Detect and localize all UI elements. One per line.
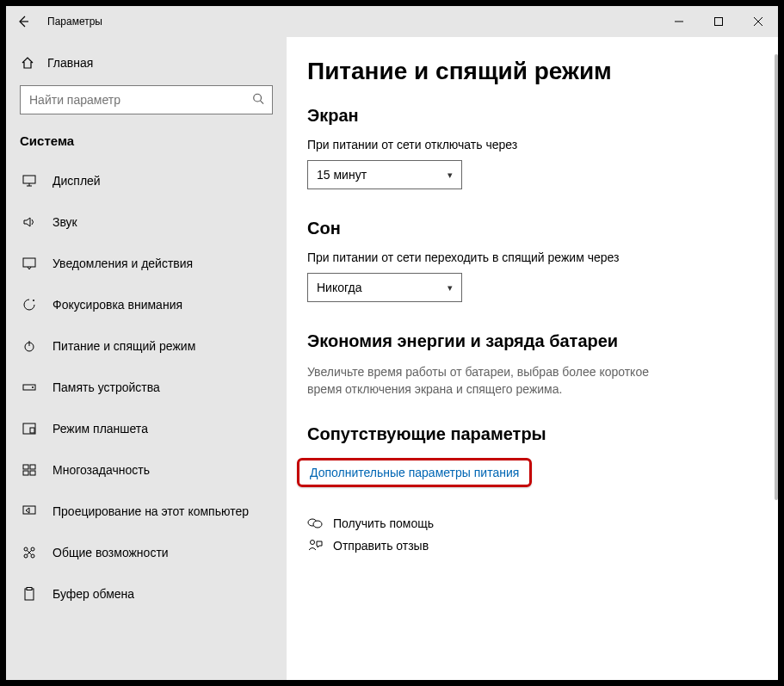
titlebar: Параметры (6, 6, 778, 37)
svg-point-26 (31, 554, 34, 558)
close-button[interactable] (738, 6, 778, 37)
sleep-select[interactable]: Никогда ▾ (307, 273, 462, 302)
sidebar-item-shared[interactable]: Общие возможности (6, 532, 287, 573)
svg-point-33 (311, 540, 315, 544)
search-box[interactable] (20, 85, 273, 114)
clipboard-icon (22, 587, 37, 601)
scrollbar[interactable] (771, 54, 778, 673)
screen-off-value: 15 минут (317, 168, 367, 182)
svg-rect-17 (30, 428, 34, 433)
search-icon (252, 93, 264, 108)
multitask-icon (22, 464, 37, 476)
svg-rect-19 (30, 465, 35, 469)
svg-point-24 (31, 547, 34, 551)
feedback-label: Отправить отзыв (333, 539, 429, 553)
sidebar-item-label: Общие возможности (52, 546, 169, 559)
sidebar-item-sound[interactable]: Звук (6, 201, 287, 243)
sidebar-item-clipboard[interactable]: Буфер обмена (6, 573, 287, 615)
minimize-icon (674, 16, 684, 27)
storage-icon (22, 382, 37, 392)
svg-point-25 (24, 554, 28, 558)
search-input[interactable] (20, 85, 273, 114)
tablet-icon (22, 423, 37, 435)
help-icon (307, 516, 323, 530)
power-icon (22, 339, 37, 353)
svg-line-6 (261, 101, 264, 104)
sidebar-item-label: Буфер обмена (52, 587, 134, 601)
svg-rect-2 (715, 18, 723, 26)
maximize-button[interactable] (699, 6, 738, 37)
back-arrow-icon (16, 15, 30, 28)
chevron-down-icon: ▾ (448, 170, 453, 181)
sidebar-item-projecting[interactable]: Проецирование на этот компьютер (6, 491, 287, 532)
sidebar-nav: Дисплей Звук Уведомления и действия Фоку… (6, 160, 287, 680)
focus-icon (22, 298, 37, 312)
svg-rect-7 (23, 176, 35, 183)
settings-window: Параметры Главная С (0, 0, 784, 686)
svg-rect-30 (27, 588, 32, 590)
sidebar-item-display[interactable]: Дисплей (6, 160, 287, 201)
svg-point-15 (32, 386, 34, 388)
get-help-link[interactable]: Получить помощь (307, 516, 757, 530)
svg-point-11 (33, 300, 34, 301)
page-title: Питание и спящий режим (307, 58, 757, 85)
window-title: Параметры (40, 15, 102, 28)
home-icon (20, 56, 35, 70)
svg-point-5 (254, 94, 262, 102)
svg-point-23 (24, 547, 28, 551)
battery-hint: Увеличьте время работы от батареи, выбра… (307, 363, 686, 399)
svg-rect-18 (23, 465, 28, 469)
back-button[interactable] (6, 15, 40, 28)
body: Главная Система Дисплей Звук (6, 37, 778, 680)
sidebar-item-label: Питание и спящий режим (52, 339, 195, 353)
projecting-icon (22, 505, 37, 517)
sidebar-item-notifications[interactable]: Уведомления и действия (6, 243, 287, 284)
sidebar-item-label: Уведомления и действия (52, 256, 193, 270)
sidebar-item-label: Проецирование на этот компьютер (52, 504, 249, 518)
sidebar-item-label: Память устройства (52, 380, 160, 394)
sidebar-item-storage[interactable]: Память устройства (6, 367, 287, 408)
close-icon (753, 16, 763, 27)
notifications-icon (22, 257, 37, 269)
svg-point-32 (313, 521, 322, 528)
scrollbar-thumb[interactable] (775, 54, 778, 500)
sidebar-item-label: Фокусировка внимания (52, 298, 182, 312)
sidebar-item-label: Дисплей (52, 174, 101, 188)
get-help-label: Получить помощь (333, 516, 434, 530)
feedback-icon (307, 539, 323, 553)
additional-power-link[interactable]: Дополнительные параметры питания (297, 458, 532, 487)
related-section-title: Сопутствующие параметры (307, 424, 757, 444)
sleep-label: При питании от сети переходить в спящий … (307, 250, 757, 264)
sidebar-item-power[interactable]: Питание и спящий режим (6, 325, 287, 367)
shared-icon (22, 546, 37, 559)
sidebar: Главная Система Дисплей Звук (6, 37, 287, 680)
sidebar-item-label: Многозадачность (52, 463, 150, 477)
maximize-icon (713, 16, 724, 27)
sleep-section-title: Сон (307, 219, 757, 238)
svg-rect-20 (23, 471, 28, 475)
sidebar-item-focus[interactable]: Фокусировка внимания (6, 284, 287, 325)
home-label: Главная (47, 56, 93, 70)
sleep-value: Никогда (317, 281, 361, 294)
screen-off-label: При питании от сети отключать через (307, 138, 757, 151)
feedback-link[interactable]: Отправить отзыв (307, 539, 757, 553)
screen-off-select[interactable]: 15 минут ▾ (307, 160, 462, 189)
screen-section-title: Экран (307, 106, 757, 126)
sound-icon (22, 216, 37, 228)
home-button[interactable]: Главная (6, 49, 287, 77)
minimize-button[interactable] (659, 6, 699, 37)
sidebar-item-label: Звук (52, 215, 77, 229)
category-label: Система (6, 127, 287, 160)
sidebar-item-multitask[interactable]: Многозадачность (6, 449, 287, 491)
chevron-down-icon: ▾ (448, 282, 453, 294)
svg-rect-10 (23, 258, 35, 267)
sidebar-item-tablet[interactable]: Режим планшета (6, 408, 287, 449)
svg-rect-21 (30, 471, 35, 475)
display-icon (22, 175, 37, 187)
battery-section-title: Экономия энергии и заряда батареи (307, 331, 757, 351)
content: Питание и спящий режим Экран При питании… (287, 37, 778, 680)
sidebar-item-label: Режим планшета (52, 422, 148, 436)
